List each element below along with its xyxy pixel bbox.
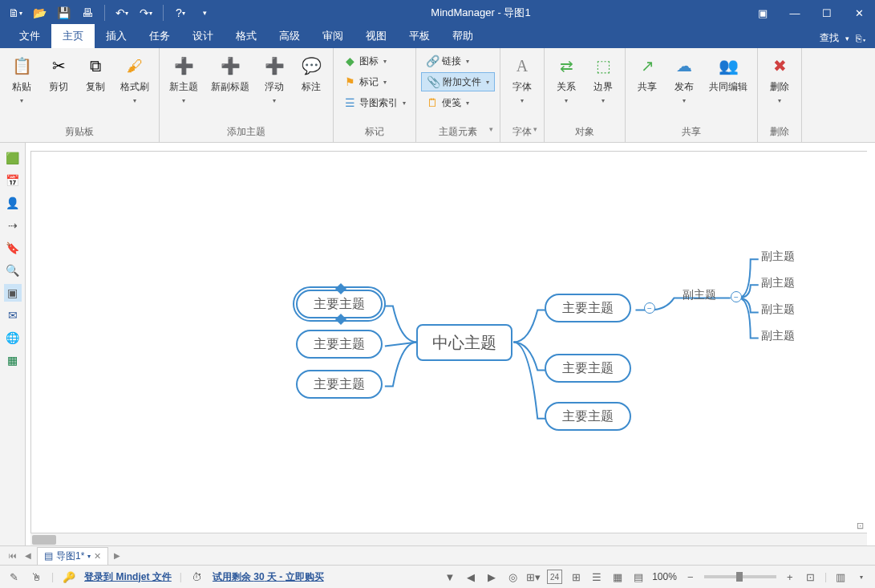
status-pen-icon[interactable]: ✎	[6, 570, 21, 584]
side-map-icon[interactable]: ▣	[4, 284, 22, 302]
right-topic-3[interactable]: 主要主题	[545, 402, 631, 431]
cut-button[interactable]: ✂剪切	[42, 51, 75, 97]
left-topic-3[interactable]: 主要主题	[296, 370, 383, 399]
link-button[interactable]: 🔗链接▾	[421, 51, 495, 71]
tab-tasks[interactable]: 任务	[138, 24, 181, 48]
search-label[interactable]: 查找	[820, 31, 839, 45]
help-quick-button[interactable]: ?▾	[170, 2, 191, 23]
format-painter-button[interactable]: 🖌格式刷▾	[115, 51, 154, 107]
tab-review[interactable]: 审阅	[311, 24, 354, 48]
tags-button[interactable]: ⚑标记▾	[338, 72, 411, 91]
doc-tab-dropdown[interactable]: ▾	[87, 553, 91, 560]
buy-now-link[interactable]: 立即购买	[286, 571, 324, 582]
side-tag-icon[interactable]: 🔖	[4, 239, 22, 257]
font-button[interactable]: A字体▾	[505, 51, 539, 107]
boundary-button[interactable]: ⬚边界▾	[586, 51, 620, 107]
expand-icon[interactable]: ⊞▾	[526, 570, 541, 584]
side-calendar-icon[interactable]: 📅	[4, 172, 22, 189]
target-icon[interactable]: ◎	[505, 570, 520, 584]
close-button[interactable]: ✕	[843, 0, 875, 26]
new-subtopic-button[interactable]: ➕新副标题	[206, 51, 254, 97]
zoom-level[interactable]: 100%	[652, 571, 677, 582]
map-index-button[interactable]: ☰导图索引▾	[338, 93, 411, 112]
paste-button[interactable]: 📋粘贴▾	[5, 51, 38, 107]
side-task-icon[interactable]: 🟩	[4, 149, 22, 167]
delete-button[interactable]: ✖删除▾	[763, 51, 796, 107]
horizontal-scrollbar[interactable]	[30, 533, 867, 545]
redo-button[interactable]: ↷▾	[136, 2, 156, 23]
tab-view[interactable]: 视图	[354, 24, 398, 48]
publish-button[interactable]: ☁发布▾	[667, 51, 701, 107]
central-topic[interactable]: 中心主题	[416, 324, 512, 361]
subtopic-2[interactable]: 副主题	[761, 276, 795, 290]
side-branch-icon[interactable]: ⇢	[4, 217, 22, 234]
doc-nav-prev[interactable]: ◀	[22, 551, 34, 560]
tab-help[interactable]: 帮助	[441, 24, 484, 48]
panel-toggle-icon[interactable]: ⎘▾	[856, 33, 867, 44]
new-doc-button[interactable]: 🗎▾	[5, 2, 26, 23]
tab-design[interactable]: 设计	[181, 24, 225, 48]
side-web-icon[interactable]: 🌐	[4, 329, 22, 347]
side-excel-icon[interactable]: ▦	[4, 351, 22, 369]
page-box-icon[interactable]: 24	[547, 570, 562, 584]
attach-file-button[interactable]: 📎附加文件▾	[421, 72, 495, 91]
new-topic-button[interactable]: ➕新主题▾	[164, 51, 203, 107]
relationship-button[interactable]: ⇄关系▾	[549, 51, 583, 107]
taskpane-dropdown[interactable]: ▾	[854, 570, 869, 584]
view-map-icon[interactable]: ⊞	[569, 570, 583, 584]
doc-tab-1[interactable]: ▤ 导图1* ▾ ✕	[37, 547, 108, 565]
view-list-icon[interactable]: ▤	[631, 570, 646, 584]
zoom-in-button[interactable]: +	[783, 570, 797, 584]
nav-next-icon[interactable]: ▶	[484, 570, 499, 584]
doc-nav-next[interactable]: ▶	[111, 551, 123, 560]
side-person-icon[interactable]: 👤	[4, 194, 22, 212]
tab-format[interactable]: 格式	[225, 24, 268, 48]
icons-button[interactable]: ◆图标▾	[338, 51, 411, 71]
floating-topic-button[interactable]: ➕浮动▾	[257, 51, 291, 107]
canvas-options-icon[interactable]: ⊡	[853, 518, 867, 533]
nav-prev-icon[interactable]: ◀	[464, 570, 478, 584]
tab-insert[interactable]: 插入	[95, 24, 138, 48]
view-outline-icon[interactable]: ☰	[589, 570, 604, 584]
filter-icon[interactable]: ▼	[443, 570, 457, 584]
undo-button[interactable]: ↶▾	[111, 2, 132, 23]
left-topic-1[interactable]: 主要主题	[296, 290, 383, 318]
subtopic-1[interactable]: 副主题	[761, 249, 795, 264]
callout-button[interactable]: 💬标注	[294, 51, 328, 97]
maximize-button[interactable]: ☐	[811, 0, 843, 26]
save-button[interactable]: 💾	[53, 2, 74, 23]
note-button[interactable]: 🗒便笺▾	[421, 93, 495, 112]
tab-tablet[interactable]: 平板	[398, 24, 441, 48]
ribbon-collapse-icon[interactable]: ▣	[747, 0, 779, 26]
subtopic-4[interactable]: 副主题	[761, 329, 795, 343]
status-mouse-icon[interactable]: 🖱	[29, 570, 43, 584]
fit-window-icon[interactable]: ⊡	[804, 570, 818, 584]
side-outlook-icon[interactable]: ✉	[4, 306, 22, 324]
tab-home[interactable]: 主页	[51, 24, 95, 48]
zoom-out-button[interactable]: −	[683, 570, 698, 584]
subtopic-3[interactable]: 副主题	[761, 302, 795, 317]
open-button[interactable]: 📂	[29, 2, 50, 23]
tab-advanced[interactable]: 高级	[268, 24, 311, 48]
login-link[interactable]: 登录到 Mindjet 文件	[84, 570, 172, 584]
view-gantt-icon[interactable]: ▦	[610, 570, 625, 584]
doc-tab-close[interactable]: ✕	[94, 551, 101, 562]
right-topic-2[interactable]: 主要主题	[545, 354, 631, 383]
collapse-handle-2[interactable]: −	[731, 291, 742, 302]
doc-nav-first[interactable]: ⏮	[6, 551, 19, 560]
tab-file[interactable]: 文件	[8, 24, 51, 48]
copy-button[interactable]: ⧉复制	[79, 51, 112, 97]
share-button[interactable]: ↗共享	[630, 51, 664, 97]
left-topic-2[interactable]: 主要主题	[296, 330, 383, 359]
quick-access-more[interactable]: ▾	[194, 2, 215, 23]
mindmap-canvas[interactable]: 中心主题 主要主题 主要主题 主要主题 主要主题 主要主题 主要主题 − 副主题…	[30, 151, 867, 533]
coedit-button[interactable]: 👥共同编辑	[704, 51, 752, 97]
minimize-button[interactable]: ―	[779, 0, 811, 26]
side-search-icon[interactable]: 🔍	[4, 262, 22, 279]
zoom-slider[interactable]	[704, 575, 776, 578]
right-topic-1[interactable]: 主要主题	[545, 294, 631, 322]
sub-branch-label[interactable]: 副主题	[683, 288, 716, 302]
taskpane-icon[interactable]: ▥	[833, 570, 848, 584]
print-button[interactable]: 🖶	[77, 2, 98, 23]
collapse-handle-1[interactable]: −	[644, 302, 655, 314]
